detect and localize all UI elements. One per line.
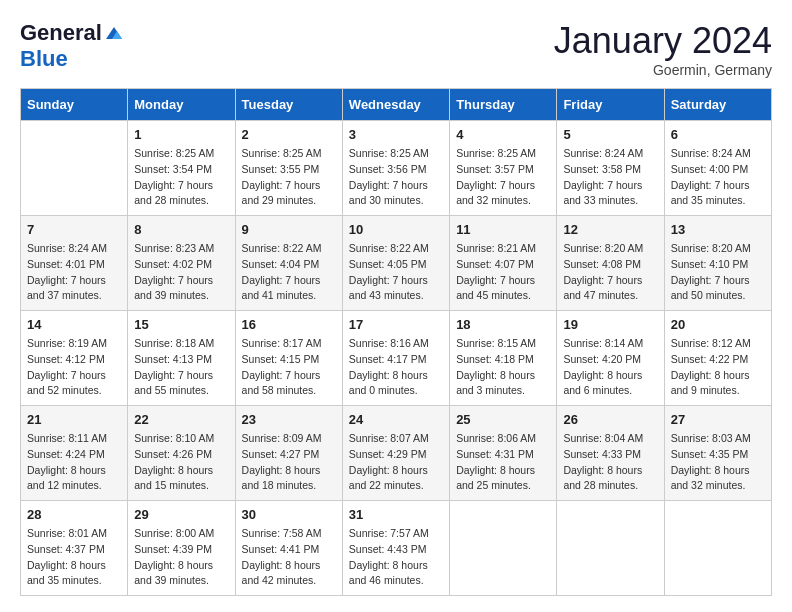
day-number: 26 <box>563 412 657 427</box>
calendar-cell: 6Sunrise: 8:24 AMSunset: 4:00 PMDaylight… <box>664 121 771 216</box>
day-number: 2 <box>242 127 336 142</box>
week-row: 28Sunrise: 8:01 AMSunset: 4:37 PMDayligh… <box>21 501 772 596</box>
day-info: Sunrise: 8:09 AMSunset: 4:27 PMDaylight:… <box>242 431 336 494</box>
calendar-cell: 17Sunrise: 8:16 AMSunset: 4:17 PMDayligh… <box>342 311 449 406</box>
header-row: SundayMondayTuesdayWednesdayThursdayFrid… <box>21 89 772 121</box>
calendar-cell: 21Sunrise: 8:11 AMSunset: 4:24 PMDayligh… <box>21 406 128 501</box>
day-number: 15 <box>134 317 228 332</box>
day-info: Sunrise: 8:03 AMSunset: 4:35 PMDaylight:… <box>671 431 765 494</box>
day-info: Sunrise: 8:21 AMSunset: 4:07 PMDaylight:… <box>456 241 550 304</box>
calendar-cell: 30Sunrise: 7:58 AMSunset: 4:41 PMDayligh… <box>235 501 342 596</box>
day-info: Sunrise: 8:25 AMSunset: 3:57 PMDaylight:… <box>456 146 550 209</box>
header-day-thursday: Thursday <box>450 89 557 121</box>
calendar-cell: 4Sunrise: 8:25 AMSunset: 3:57 PMDaylight… <box>450 121 557 216</box>
day-number: 22 <box>134 412 228 427</box>
day-number: 6 <box>671 127 765 142</box>
subtitle: Goermin, Germany <box>554 62 772 78</box>
calendar-cell <box>557 501 664 596</box>
day-info: Sunrise: 8:24 AMSunset: 3:58 PMDaylight:… <box>563 146 657 209</box>
day-number: 21 <box>27 412 121 427</box>
header-day-sunday: Sunday <box>21 89 128 121</box>
calendar-cell: 3Sunrise: 8:25 AMSunset: 3:56 PMDaylight… <box>342 121 449 216</box>
day-number: 10 <box>349 222 443 237</box>
day-info: Sunrise: 8:00 AMSunset: 4:39 PMDaylight:… <box>134 526 228 589</box>
calendar-cell: 20Sunrise: 8:12 AMSunset: 4:22 PMDayligh… <box>664 311 771 406</box>
header-day-saturday: Saturday <box>664 89 771 121</box>
day-info: Sunrise: 8:25 AMSunset: 3:54 PMDaylight:… <box>134 146 228 209</box>
calendar-cell: 8Sunrise: 8:23 AMSunset: 4:02 PMDaylight… <box>128 216 235 311</box>
day-number: 11 <box>456 222 550 237</box>
calendar-cell <box>21 121 128 216</box>
week-row: 7Sunrise: 8:24 AMSunset: 4:01 PMDaylight… <box>21 216 772 311</box>
logo-icon <box>104 23 124 43</box>
day-info: Sunrise: 8:24 AMSunset: 4:00 PMDaylight:… <box>671 146 765 209</box>
calendar-cell: 29Sunrise: 8:00 AMSunset: 4:39 PMDayligh… <box>128 501 235 596</box>
calendar-cell: 22Sunrise: 8:10 AMSunset: 4:26 PMDayligh… <box>128 406 235 501</box>
calendar-header: SundayMondayTuesdayWednesdayThursdayFrid… <box>21 89 772 121</box>
calendar-cell: 19Sunrise: 8:14 AMSunset: 4:20 PMDayligh… <box>557 311 664 406</box>
day-number: 9 <box>242 222 336 237</box>
header-day-friday: Friday <box>557 89 664 121</box>
day-number: 5 <box>563 127 657 142</box>
day-number: 14 <box>27 317 121 332</box>
day-info: Sunrise: 8:12 AMSunset: 4:22 PMDaylight:… <box>671 336 765 399</box>
day-info: Sunrise: 8:24 AMSunset: 4:01 PMDaylight:… <box>27 241 121 304</box>
calendar-cell: 11Sunrise: 8:21 AMSunset: 4:07 PMDayligh… <box>450 216 557 311</box>
day-number: 20 <box>671 317 765 332</box>
week-row: 1Sunrise: 8:25 AMSunset: 3:54 PMDaylight… <box>21 121 772 216</box>
calendar-cell: 26Sunrise: 8:04 AMSunset: 4:33 PMDayligh… <box>557 406 664 501</box>
day-info: Sunrise: 8:14 AMSunset: 4:20 PMDaylight:… <box>563 336 657 399</box>
day-info: Sunrise: 8:25 AMSunset: 3:56 PMDaylight:… <box>349 146 443 209</box>
calendar-cell: 5Sunrise: 8:24 AMSunset: 3:58 PMDaylight… <box>557 121 664 216</box>
day-number: 7 <box>27 222 121 237</box>
calendar-cell: 7Sunrise: 8:24 AMSunset: 4:01 PMDaylight… <box>21 216 128 311</box>
calendar-cell: 27Sunrise: 8:03 AMSunset: 4:35 PMDayligh… <box>664 406 771 501</box>
day-number: 27 <box>671 412 765 427</box>
calendar-cell: 2Sunrise: 8:25 AMSunset: 3:55 PMDaylight… <box>235 121 342 216</box>
calendar-cell: 16Sunrise: 8:17 AMSunset: 4:15 PMDayligh… <box>235 311 342 406</box>
day-info: Sunrise: 8:22 AMSunset: 4:04 PMDaylight:… <box>242 241 336 304</box>
day-info: Sunrise: 8:25 AMSunset: 3:55 PMDaylight:… <box>242 146 336 209</box>
day-info: Sunrise: 8:07 AMSunset: 4:29 PMDaylight:… <box>349 431 443 494</box>
day-number: 8 <box>134 222 228 237</box>
header-day-tuesday: Tuesday <box>235 89 342 121</box>
day-number: 13 <box>671 222 765 237</box>
calendar-cell: 18Sunrise: 8:15 AMSunset: 4:18 PMDayligh… <box>450 311 557 406</box>
day-number: 30 <box>242 507 336 522</box>
day-info: Sunrise: 8:22 AMSunset: 4:05 PMDaylight:… <box>349 241 443 304</box>
header-day-monday: Monday <box>128 89 235 121</box>
day-number: 23 <box>242 412 336 427</box>
calendar-cell: 12Sunrise: 8:20 AMSunset: 4:08 PMDayligh… <box>557 216 664 311</box>
day-info: Sunrise: 8:20 AMSunset: 4:08 PMDaylight:… <box>563 241 657 304</box>
day-info: Sunrise: 8:23 AMSunset: 4:02 PMDaylight:… <box>134 241 228 304</box>
page-header: General Blue January 2024 Goermin, Germa… <box>20 20 772 78</box>
calendar-cell: 9Sunrise: 8:22 AMSunset: 4:04 PMDaylight… <box>235 216 342 311</box>
calendar-cell: 14Sunrise: 8:19 AMSunset: 4:12 PMDayligh… <box>21 311 128 406</box>
day-info: Sunrise: 7:57 AMSunset: 4:43 PMDaylight:… <box>349 526 443 589</box>
calendar-cell: 28Sunrise: 8:01 AMSunset: 4:37 PMDayligh… <box>21 501 128 596</box>
day-info: Sunrise: 8:04 AMSunset: 4:33 PMDaylight:… <box>563 431 657 494</box>
calendar-cell: 15Sunrise: 8:18 AMSunset: 4:13 PMDayligh… <box>128 311 235 406</box>
calendar-cell: 24Sunrise: 8:07 AMSunset: 4:29 PMDayligh… <box>342 406 449 501</box>
day-info: Sunrise: 8:17 AMSunset: 4:15 PMDaylight:… <box>242 336 336 399</box>
calendar-cell: 1Sunrise: 8:25 AMSunset: 3:54 PMDaylight… <box>128 121 235 216</box>
day-number: 4 <box>456 127 550 142</box>
calendar-cell: 25Sunrise: 8:06 AMSunset: 4:31 PMDayligh… <box>450 406 557 501</box>
logo: General Blue <box>20 20 124 72</box>
day-number: 1 <box>134 127 228 142</box>
day-number: 12 <box>563 222 657 237</box>
week-row: 21Sunrise: 8:11 AMSunset: 4:24 PMDayligh… <box>21 406 772 501</box>
calendar-cell <box>450 501 557 596</box>
day-number: 31 <box>349 507 443 522</box>
logo-blue: Blue <box>20 46 68 72</box>
calendar-cell: 10Sunrise: 8:22 AMSunset: 4:05 PMDayligh… <box>342 216 449 311</box>
day-info: Sunrise: 8:10 AMSunset: 4:26 PMDaylight:… <box>134 431 228 494</box>
calendar-table: SundayMondayTuesdayWednesdayThursdayFrid… <box>20 88 772 596</box>
day-number: 3 <box>349 127 443 142</box>
day-info: Sunrise: 8:01 AMSunset: 4:37 PMDaylight:… <box>27 526 121 589</box>
calendar-cell <box>664 501 771 596</box>
day-info: Sunrise: 8:11 AMSunset: 4:24 PMDaylight:… <box>27 431 121 494</box>
day-info: Sunrise: 8:15 AMSunset: 4:18 PMDaylight:… <box>456 336 550 399</box>
day-number: 28 <box>27 507 121 522</box>
calendar-cell: 23Sunrise: 8:09 AMSunset: 4:27 PMDayligh… <box>235 406 342 501</box>
